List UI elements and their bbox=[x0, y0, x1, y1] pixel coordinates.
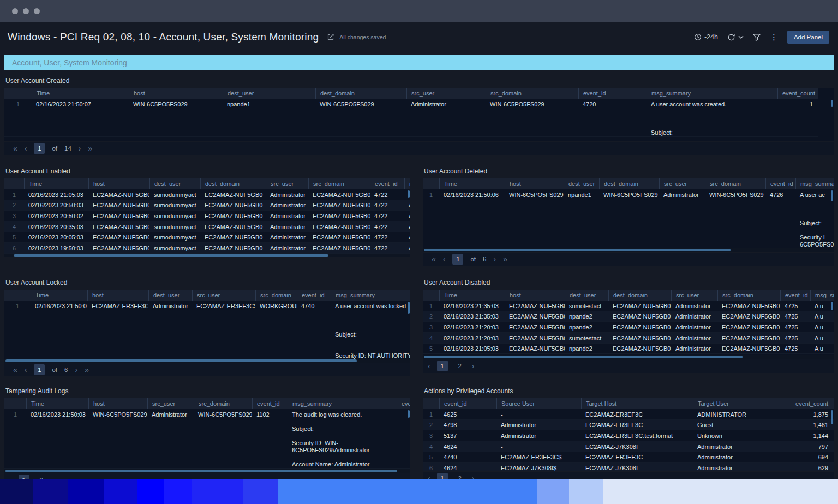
column-header-event-id[interactable]: event_id bbox=[439, 398, 496, 409]
column-header-src-domain[interactable]: src_domain bbox=[705, 178, 765, 189]
column-header-host[interactable]: host bbox=[88, 398, 147, 409]
pagination-current-page[interactable]: 1 bbox=[34, 143, 45, 154]
column-header-event-id[interactable]: event_id bbox=[765, 178, 795, 189]
column-header-src-domain[interactable]: src_domain bbox=[717, 290, 780, 301]
column-header-target-user[interactable]: Target User bbox=[693, 398, 786, 409]
edit-dashboard-icon[interactable] bbox=[327, 33, 334, 41]
column-header-dest-user[interactable]: dest_user bbox=[223, 88, 315, 99]
h-scrollbar[interactable] bbox=[423, 248, 834, 252]
column-header-host[interactable]: host bbox=[88, 178, 149, 189]
column-header-dest-domain[interactable]: dest_domain bbox=[315, 88, 406, 99]
table-row[interactable]: 402/16/2023 20:35:03EC2AMAZ-NUF5GB0sumod… bbox=[4, 221, 410, 232]
column-header-msg-summary[interactable]: msg_summary bbox=[810, 290, 834, 301]
pagination-current-page[interactable]: 1 bbox=[34, 364, 45, 375]
column-header-dest-domain[interactable]: dest_domain bbox=[200, 178, 266, 189]
pagination-current-page[interactable]: 1 bbox=[452, 254, 463, 265]
table-row[interactable]: 502/16/2023 21:05:03EC2AMAZ-NUF5GB0npand… bbox=[423, 344, 834, 355]
v-scrollbar[interactable] bbox=[831, 410, 833, 470]
filter-button[interactable] bbox=[753, 34, 761, 41]
column-header-dest-domain[interactable]: dest_domain bbox=[599, 178, 659, 189]
column-header-src-domain[interactable]: src_domain bbox=[308, 178, 370, 189]
table-row[interactable]: 202/16/2023 20:50:03EC2AMAZ-NUF5GB0sumod… bbox=[4, 200, 410, 211]
table-row[interactable]: 102/16/2023 21:50:07WIN-6C5PO5FS029npand… bbox=[4, 99, 818, 137]
window-control-dot[interactable] bbox=[12, 8, 18, 14]
table-row[interactable]: 602/16/2023 19:50:03EC2AMAZ-NUF5GB0sumod… bbox=[4, 243, 410, 254]
column-header-target-host[interactable]: Target Host bbox=[581, 398, 693, 409]
column-header-src-user[interactable]: src_user bbox=[671, 290, 717, 301]
h-scrollbar[interactable] bbox=[4, 254, 410, 257]
table-row[interactable]: 54740EC2AMAZ-ER3EF3C$EC2AMAZ-ER3EF3CAdmi… bbox=[423, 452, 834, 463]
add-panel-button[interactable]: Add Panel bbox=[787, 31, 829, 44]
column-header-dest-user[interactable]: dest_user bbox=[564, 178, 599, 189]
v-scrollbar[interactable] bbox=[831, 302, 833, 354]
column-header-msg-summary[interactable]: msg_summary bbox=[795, 178, 834, 189]
h-scrollbar[interactable] bbox=[4, 469, 410, 473]
column-header-msg-summary[interactable]: msg_summary bbox=[404, 178, 410, 189]
column-header-dest-user[interactable]: dest_user bbox=[149, 178, 200, 189]
table-row[interactable]: 44624-EC2AMAZ-J7K308IAdministrator797 bbox=[423, 441, 834, 452]
column-header-event-id[interactable]: event_id bbox=[297, 290, 331, 301]
h-scrollbar[interactable] bbox=[4, 359, 410, 363]
pagination-current-page[interactable]: 1 bbox=[437, 361, 448, 371]
column-header-src-user[interactable]: src_user bbox=[192, 290, 255, 301]
column-header-source-user[interactable]: Source User bbox=[496, 398, 581, 409]
column-header-time[interactable]: Time bbox=[31, 290, 87, 301]
column-header-msg-summary[interactable]: msg_summary bbox=[288, 398, 397, 409]
pagination-first-button[interactable]: « bbox=[432, 255, 436, 263]
table-row[interactable]: 202/16/2023 21:35:03EC2AMAZ-NUF5GB0npand… bbox=[423, 311, 834, 322]
column-header-time[interactable]: Time bbox=[24, 178, 88, 189]
window-control-dot[interactable] bbox=[34, 8, 40, 14]
table-row[interactable]: 14625-EC2AMAZ-ER3EF3CADMINISTRATOR1,875 bbox=[423, 409, 834, 420]
table-row[interactable]: 24798AdministratorEC2AMAZ-ER3EF3CGuest1,… bbox=[423, 420, 834, 431]
more-options-button[interactable]: ⋮ bbox=[770, 33, 778, 41]
pagination-next-button[interactable]: › bbox=[493, 255, 496, 263]
table-row[interactable]: 102/16/2023 21:50:06WIN-6C5PO5FS029npand… bbox=[423, 189, 834, 248]
time-range-button[interactable]: -24h bbox=[694, 33, 718, 41]
table-row[interactable]: 102/16/2023 21:50:03WIN-6C5PO5FS029Admin… bbox=[4, 409, 410, 469]
pagination-last-button[interactable]: » bbox=[503, 255, 507, 263]
column-header-src-domain[interactable]: src_domain bbox=[255, 290, 297, 301]
pagination-next-button[interactable]: › bbox=[472, 362, 475, 370]
column-header-msg-summary[interactable]: msg_summary bbox=[647, 88, 777, 99]
table-row[interactable]: 402/16/2023 21:20:03EC2AMAZ-NUF5GB0sumot… bbox=[423, 333, 834, 344]
table-row[interactable]: 64624EC2AMAZ-J7K308I$EC2AMAZ-J7K308IAdmi… bbox=[423, 463, 834, 471]
column-header-msg-summary[interactable]: msg_summary bbox=[331, 290, 410, 301]
v-scrollbar[interactable] bbox=[831, 100, 833, 140]
pagination-prev-button[interactable]: ‹ bbox=[25, 144, 27, 153]
v-scrollbar[interactable] bbox=[408, 410, 410, 468]
column-header-src-user[interactable]: src_user bbox=[659, 178, 705, 189]
column-header-time[interactable]: Time bbox=[32, 88, 129, 99]
v-scrollbar[interactable] bbox=[408, 302, 410, 358]
table-row[interactable]: 502/16/2023 20:05:03EC2AMAZ-NUF5GB0sumod… bbox=[4, 232, 410, 243]
column-header-src-user[interactable]: src_user bbox=[406, 88, 486, 99]
pagination-prev-button[interactable]: ‹ bbox=[443, 255, 446, 263]
pagination-next-button[interactable]: › bbox=[75, 365, 77, 374]
table-row[interactable]: 102/16/2023 21:50:06EC2AMAZ-ER3EF3CAdmin… bbox=[4, 301, 410, 359]
window-control-dot[interactable] bbox=[23, 8, 29, 14]
column-header-time[interactable]: Time bbox=[26, 398, 88, 409]
pagination-prev-button[interactable]: ‹ bbox=[428, 362, 430, 370]
column-header-dest-user[interactable]: dest_user bbox=[148, 290, 192, 301]
column-header-event-count[interactable]: event_count bbox=[777, 88, 818, 99]
column-header-event-count[interactable]: event_count bbox=[397, 398, 410, 409]
column-header-src-domain[interactable]: src_domain bbox=[486, 88, 578, 99]
column-header-host[interactable]: host bbox=[87, 290, 148, 301]
column-header-event-id[interactable]: event_id bbox=[252, 398, 288, 409]
column-header-host[interactable]: host bbox=[505, 290, 565, 301]
pagination-last-button[interactable]: » bbox=[85, 365, 89, 374]
pagination-last-button[interactable]: » bbox=[88, 144, 93, 153]
table-row[interactable]: 102/16/2023 21:35:03EC2AMAZ-NUF5GB0sumot… bbox=[423, 301, 834, 311]
pagination-first-button[interactable]: « bbox=[13, 144, 17, 153]
pagination-prev-button[interactable]: ‹ bbox=[25, 365, 27, 374]
pagination-first-button[interactable]: « bbox=[13, 365, 17, 374]
pagination-page-button[interactable]: 2 bbox=[454, 361, 465, 371]
pagination-next-button[interactable]: › bbox=[79, 144, 81, 153]
v-scrollbar[interactable] bbox=[408, 190, 410, 253]
chevron-down-icon[interactable] bbox=[738, 35, 744, 39]
v-scrollbar[interactable] bbox=[831, 190, 833, 247]
table-row[interactable]: 302/16/2023 20:50:02EC2AMAZ-NUF5GB0sumod… bbox=[4, 211, 410, 221]
column-header-event-count[interactable]: event_count bbox=[786, 398, 834, 409]
refresh-button[interactable] bbox=[727, 33, 744, 41]
column-header-dest-domain[interactable]: dest_domain bbox=[608, 290, 671, 301]
column-header-src-user[interactable]: src_user bbox=[266, 178, 308, 189]
